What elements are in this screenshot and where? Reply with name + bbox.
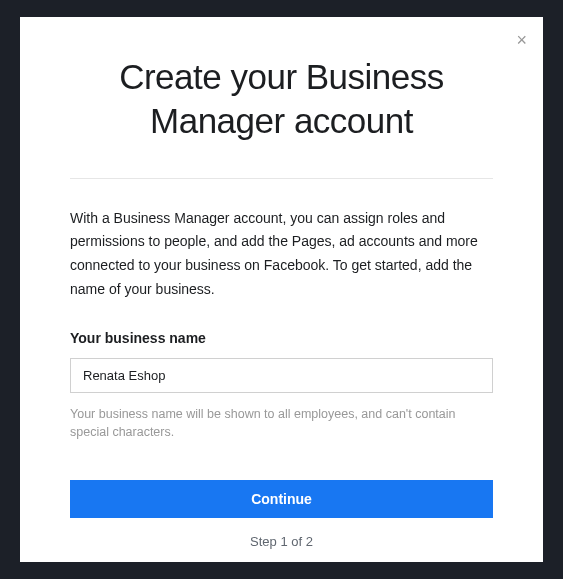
- divider: [70, 178, 493, 179]
- business-name-label: Your business name: [70, 330, 493, 346]
- step-indicator: Step 1 of 2: [70, 534, 493, 549]
- modal-description: With a Business Manager account, you can…: [70, 207, 493, 302]
- continue-button[interactable]: Continue: [70, 480, 493, 518]
- business-name-hint: Your business name will be shown to all …: [70, 405, 493, 443]
- business-name-input[interactable]: [70, 358, 493, 393]
- close-button[interactable]: ×: [516, 31, 527, 49]
- create-business-manager-modal: × Create your Business Manager account W…: [20, 17, 543, 562]
- close-icon: ×: [516, 30, 527, 50]
- modal-title: Create your Business Manager account: [70, 55, 493, 143]
